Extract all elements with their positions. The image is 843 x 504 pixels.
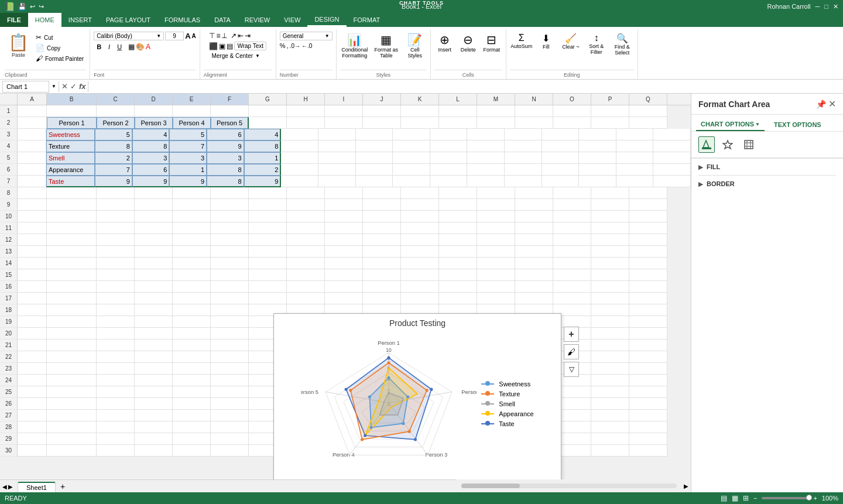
tab-page-layout[interactable]: PAGE LAYOUT	[99, 13, 157, 27]
autosum-button[interactable]: Σ AutoSum	[510, 33, 533, 49]
col-J[interactable]: J	[363, 94, 401, 105]
wrap-text-button[interactable]: Wrap Text	[234, 42, 266, 50]
formula-cancel-icon[interactable]: ✕	[61, 82, 68, 91]
comma-icon[interactable]: ,	[287, 42, 289, 49]
effects-icon-btn[interactable]	[719, 136, 736, 153]
view-break-icon[interactable]: ⊞	[743, 494, 749, 502]
font-name-select[interactable]: Calibri (Body)▼	[94, 32, 164, 40]
col-P[interactable]: P	[591, 94, 629, 105]
indent-decrease-icon[interactable]: ⇤	[238, 32, 244, 40]
find-select-button[interactable]: 🔍 Find & Select	[611, 33, 634, 56]
col-H[interactable]: H	[287, 94, 325, 105]
chart-brush-button[interactable]: 🖌	[564, 344, 579, 359]
conditional-formatting-button[interactable]: 📊 Conditional Formatting	[340, 33, 369, 59]
align-middle-icon[interactable]: ≡	[216, 32, 220, 40]
tab-format[interactable]: FORMAT	[347, 13, 388, 27]
number-format-select[interactable]: General▼	[280, 32, 333, 40]
col-F[interactable]: F	[211, 94, 249, 105]
bold-button[interactable]: B	[94, 42, 104, 52]
formula-fx-icon[interactable]: fx	[79, 82, 86, 91]
grid-container[interactable]: 1	[0, 105, 691, 479]
name-box-dropdown[interactable]: ▼	[52, 84, 56, 89]
zoom-in-icon[interactable]: +	[813, 495, 817, 502]
underline-button[interactable]: U	[114, 42, 125, 52]
decrease-font-icon[interactable]: A	[192, 33, 196, 39]
insert-button[interactable]: ⊕ Insert	[434, 33, 455, 53]
border-icon[interactable]: ▦	[128, 43, 135, 51]
paste-button[interactable]: 📋 Paste	[5, 30, 32, 60]
col-Q[interactable]: Q	[629, 94, 667, 105]
col-O[interactable]: O	[553, 94, 591, 105]
sheet-add-button[interactable]: +	[56, 481, 70, 492]
col-K[interactable]: K	[401, 94, 439, 105]
border-section[interactable]: ▶ BORDER	[691, 176, 843, 192]
col-C[interactable]: C	[97, 94, 135, 105]
percent-icon[interactable]: %	[280, 42, 286, 49]
col-B[interactable]: B	[47, 94, 97, 105]
cut-button[interactable]: ✂Cut	[33, 33, 86, 42]
tab-home[interactable]: HOME	[28, 13, 61, 27]
formula-input[interactable]	[91, 83, 841, 90]
close-icon[interactable]: ✕	[833, 3, 838, 11]
chart-add-button[interactable]: +	[564, 327, 579, 342]
format-painter-button[interactable]: 🖌Format Painter	[33, 54, 86, 63]
restore-icon[interactable]: □	[824, 3, 828, 10]
horizontal-scrollbar[interactable]: ▶	[457, 479, 691, 492]
increase-font-icon[interactable]: A	[185, 32, 190, 40]
tab-data[interactable]: DATA	[207, 13, 238, 27]
tab-design[interactable]: DESIGN	[307, 13, 346, 27]
save-icon[interactable]: 💾	[18, 3, 26, 11]
sheet-prev-arrow[interactable]: ◀	[2, 483, 7, 489]
align-bottom-icon[interactable]: ⊥	[221, 32, 227, 40]
sheet-next-arrow[interactable]: ▶	[8, 483, 13, 489]
chart-filter-button[interactable]: ▽	[564, 362, 579, 377]
italic-button[interactable]: I	[105, 42, 113, 52]
tab-file[interactable]: FILE	[0, 13, 28, 27]
increase-decimal-icon[interactable]: .0→	[290, 43, 300, 49]
col-M[interactable]: M	[477, 94, 515, 105]
formula-confirm-icon[interactable]: ✓	[70, 82, 77, 91]
col-N[interactable]: N	[515, 94, 553, 105]
fill-section[interactable]: ▶ FILL	[691, 159, 843, 175]
view-normal-icon[interactable]: ▤	[721, 494, 727, 502]
col-D[interactable]: D	[135, 94, 173, 105]
format-button[interactable]: ⊟ Format	[481, 33, 502, 53]
col-A[interactable]: A	[18, 94, 47, 105]
chart-options-tab[interactable]: CHART OPTIONS ▼	[696, 118, 765, 131]
decrease-decimal-icon[interactable]: ←.0	[301, 43, 312, 49]
clear-button[interactable]: 🧹 Clear ~	[559, 33, 582, 50]
col-L[interactable]: L	[439, 94, 477, 105]
paint-bucket-icon-btn[interactable]	[698, 136, 715, 153]
text-direction-icon[interactable]: ↗	[231, 32, 237, 40]
col-I[interactable]: I	[325, 94, 363, 105]
chart-container[interactable]: Product Testing Person 1 10 8 6 4 2	[273, 313, 561, 479]
panel-pin-icon[interactable]: 📌	[816, 100, 826, 109]
font-color-icon[interactable]: A	[146, 43, 150, 51]
zoom-slider[interactable]	[762, 497, 808, 499]
tab-formulas[interactable]: FORMULAS	[157, 13, 207, 27]
tab-view[interactable]: VIEW	[277, 13, 307, 27]
sheet-tab-sheet1[interactable]: Sheet1	[18, 482, 56, 492]
fill-color-icon[interactable]: 🎨	[136, 43, 145, 51]
panel-close-icon[interactable]: ✕	[828, 98, 836, 109]
col-G[interactable]: G	[249, 94, 287, 105]
align-center-icon[interactable]: ▣	[219, 42, 225, 50]
sort-filter-button[interactable]: ↕ Sort & Filter	[585, 33, 608, 55]
size-properties-icon-btn[interactable]	[741, 136, 757, 153]
align-left-icon[interactable]: ⬛	[209, 42, 218, 50]
col-E[interactable]: E	[173, 94, 211, 105]
fill-button[interactable]: ⬇ Fill	[536, 33, 557, 50]
view-page-icon[interactable]: ▦	[732, 494, 738, 502]
minimize-icon[interactable]: ─	[815, 3, 820, 10]
copy-button[interactable]: 📄Copy	[33, 43, 86, 53]
tab-review[interactable]: REVIEW	[238, 13, 277, 27]
name-box[interactable]: Chart 1	[2, 81, 49, 92]
format-as-table-button[interactable]: ▦ Format as Table	[372, 33, 401, 59]
align-right-icon[interactable]: ▤	[227, 42, 233, 50]
cell-styles-button[interactable]: 📝 Cell Styles	[403, 33, 427, 59]
font-size-select[interactable]: 9	[165, 32, 184, 40]
merge-center-button[interactable]: Merge & Center▼	[209, 52, 266, 60]
scroll-right-arrow[interactable]: ▶	[681, 483, 691, 489]
align-top-icon[interactable]: ⊤	[209, 32, 215, 40]
indent-increase-icon[interactable]: ⇥	[245, 32, 251, 40]
